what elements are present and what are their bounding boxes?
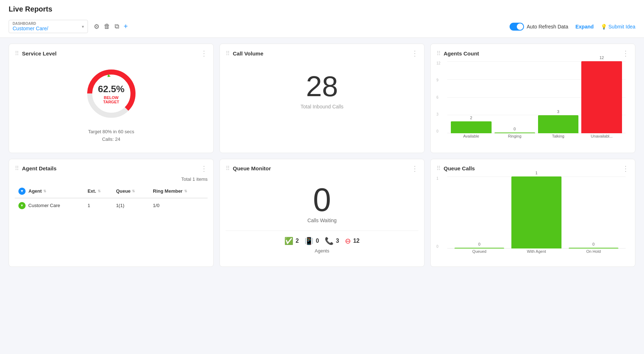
bar-talking-value: 3: [557, 109, 559, 114]
drag-handle-queue-monitor[interactable]: ⠿: [226, 165, 230, 172]
toggle-switch[interactable]: [510, 23, 524, 31]
dashboard-label: DASHBOARD: [13, 22, 84, 26]
donut-chart: 62.5% BELOW TARGET: [83, 65, 140, 122]
toolbar-right: Auto Refresh Data Expand 💡 Submit Idea: [510, 23, 635, 31]
q-y-tick-top: 1: [436, 176, 447, 180]
bar-ringing: 0: [494, 127, 535, 133]
queue-stat-ringing: 📳 0: [305, 237, 319, 245]
col-ext[interactable]: Ext. ⇅: [84, 185, 112, 198]
expand-all-btn[interactable]: ▾: [18, 188, 26, 195]
stat-unavailable-value: 12: [353, 238, 360, 244]
call-volume-card: ⠿ Call Volume ⋮ 28 Total Inbound Calls: [219, 44, 425, 153]
queue-monitor-title: Queue Monitor: [233, 165, 408, 171]
col-queue[interactable]: Queue ⇅: [112, 185, 149, 198]
service-level-menu[interactable]: ⋮: [200, 50, 208, 57]
submit-idea-link[interactable]: 💡 Submit Idea: [601, 24, 635, 30]
bar-label-unavailable: Unavailabl...: [581, 134, 622, 144]
page-title: Live Reports: [9, 5, 52, 13]
queue-calls-chart: 1 0 0 1 0: [436, 176, 629, 259]
submit-idea-label: Submit Idea: [608, 24, 635, 30]
agent-details-title: Agent Details: [22, 165, 197, 171]
y-tick-9: 9: [436, 78, 447, 82]
q-bar-queued-value: 0: [478, 242, 480, 246]
bar-available-value: 2: [470, 116, 472, 120]
check-circle-icon: ✅: [284, 237, 293, 245]
delete-icon[interactable]: 🗑: [104, 23, 110, 30]
agent-details-header: ⠿ Agent Details ⋮: [15, 165, 208, 172]
dashboard-selector[interactable]: DASHBOARD Customer Care/ ▾: [9, 20, 88, 33]
queue-monitor-card: ⠿ Queue Monitor ⋮ 0 Calls Waiting ✅ 2 📳 …: [219, 159, 425, 267]
queue-monitor-menu[interactable]: ⋮: [411, 165, 418, 172]
queue-monitor-content: 0 Calls Waiting ✅ 2 📳 0 �: [226, 176, 418, 261]
toolbar-icons: ⚙ 🗑 ⧉ +: [94, 22, 128, 31]
bar-available: 2: [451, 116, 492, 133]
cell-ext: 1: [84, 198, 112, 213]
toggle-knob: [517, 23, 523, 30]
agent-table: ▾ Agent ⇅ Ext. ⇅ Queue ⇅ Ring Member ⇅: [15, 185, 208, 213]
agent-details-menu[interactable]: ⋮: [200, 165, 208, 172]
copy-icon[interactable]: ⧉: [115, 23, 119, 30]
drag-handle-queue-calls[interactable]: ⠿: [436, 165, 441, 172]
lightbulb-icon: 💡: [601, 24, 607, 30]
agents-count-menu[interactable]: ⋮: [622, 50, 629, 57]
cell-ring-member: 1/0: [149, 198, 208, 213]
cell-queue: 1(1): [112, 198, 149, 213]
phone-icon: 📞: [325, 237, 334, 245]
call-volume-label: Total Inbound Calls: [301, 104, 343, 109]
q-bar-with-agent: 1: [511, 171, 561, 248]
calls-waiting-label: Calls Waiting: [307, 218, 337, 223]
col-ring-member[interactable]: Ring Member ⇅: [149, 185, 208, 198]
y-tick-6: 6: [436, 95, 447, 99]
queue-stat-talking: 📞 3: [325, 237, 339, 245]
service-level-calls: Calls: 24: [88, 136, 134, 143]
y-tick-3: 3: [436, 112, 447, 116]
auto-refresh-label: Auto Refresh Data: [527, 24, 568, 30]
bar-label-ringing: Ringing: [494, 134, 535, 144]
drag-handle-agent-details[interactable]: ⠿: [15, 165, 19, 172]
queue-calls-menu[interactable]: ⋮: [622, 165, 629, 172]
service-level-title: Service Level: [22, 50, 197, 57]
page-header: Live Reports: [0, 0, 644, 17]
add-icon[interactable]: +: [124, 22, 128, 31]
table-row: ▾ Customer Care 1 1(1) 1/0: [15, 198, 208, 213]
q-bar-queued: 0: [454, 242, 504, 248]
drag-handle-call-volume[interactable]: ⠿: [226, 50, 230, 57]
donut-percentage: 62.5%: [97, 84, 126, 95]
agents-label: Agents: [315, 248, 329, 254]
drag-handle-service-level[interactable]: ⠿: [15, 50, 19, 57]
agents-count-card: ⠿ Agents Count ⋮ 12 9 6 3 0: [430, 44, 635, 153]
bottom-grid: ⠿ Agent Details ⋮ Total 1 items ▾ Agent …: [0, 159, 644, 273]
bar-label-available: Available: [451, 134, 492, 144]
queue-stats: ✅ 2 📳 0 📞 3: [226, 230, 418, 245]
agent-details-total: Total 1 items: [15, 176, 208, 182]
q-label-queued: Queued: [454, 249, 504, 259]
drag-handle-agents-count[interactable]: ⠿: [436, 50, 441, 57]
bar-unavailable: 12: [581, 55, 622, 133]
sort-agent-icon: ⇅: [43, 189, 46, 193]
col-agent[interactable]: ▾ Agent ⇅: [15, 185, 84, 198]
queue-stat-available: ✅ 2: [284, 237, 299, 245]
dashboard-value: Customer Care/: [13, 26, 84, 31]
sort-ext-icon: ⇅: [98, 189, 101, 193]
call-volume-header: ⠿ Call Volume ⋮: [226, 50, 418, 57]
donut-center: 62.5% BELOW TARGET: [97, 84, 126, 104]
stat-available-value: 2: [296, 238, 299, 244]
q-y-tick-bottom: 0: [436, 245, 447, 248]
call-volume-menu[interactable]: ⋮: [411, 50, 418, 57]
y-tick-0: 0: [436, 129, 447, 133]
row-expand-btn[interactable]: ▾: [18, 202, 26, 209]
call-volume-number: 28: [306, 72, 338, 101]
queue-stat-unavailable: ⊖ 12: [345, 237, 360, 245]
bar-talking: 3: [538, 109, 579, 133]
bar-label-talking: Talking: [538, 134, 579, 144]
sort-queue-icon: ⇅: [132, 189, 135, 193]
agent-details-card: ⠿ Agent Details ⋮ Total 1 items ▾ Agent …: [9, 159, 214, 267]
bar-ringing-value: 0: [514, 127, 516, 131]
q-label-on-hold: On Hold: [569, 249, 618, 259]
calls-waiting-number: 0: [313, 184, 331, 216]
minus-circle-icon: ⊖: [345, 237, 351, 245]
expand-button[interactable]: Expand: [576, 24, 594, 30]
q-bar-on-hold-value: 0: [592, 242, 595, 246]
auto-refresh-toggle[interactable]: Auto Refresh Data: [510, 23, 568, 31]
settings-icon[interactable]: ⚙: [94, 23, 99, 31]
